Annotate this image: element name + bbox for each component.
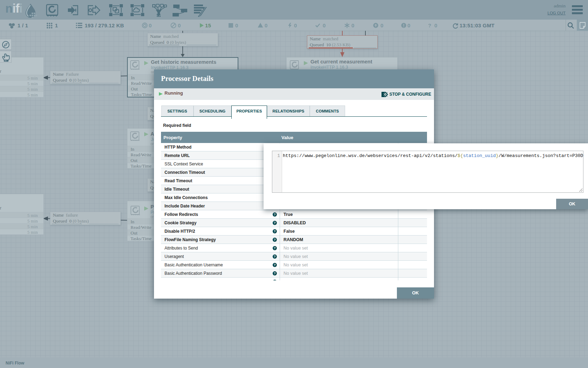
svg-text:?: ?: [428, 22, 431, 28]
